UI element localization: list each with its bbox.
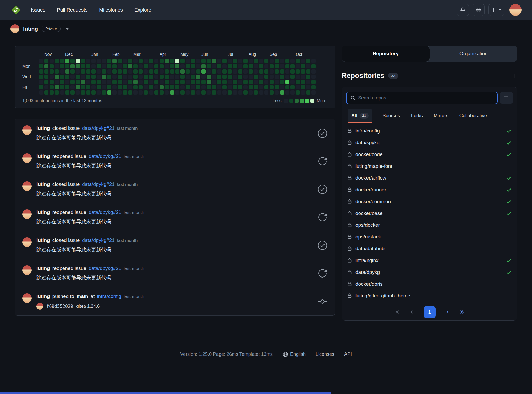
pagination-first-button[interactable] (394, 309, 400, 315)
bottom-scroll-bar[interactable] (0, 392, 331, 394)
create-new-button[interactable] (488, 4, 504, 16)
nav-link-issues[interactable]: Issues (31, 7, 45, 13)
repo-name[interactable]: infra/config (355, 128, 380, 134)
lock-icon (347, 187, 352, 192)
repo-filter-button[interactable] (500, 92, 513, 104)
new-repository-button[interactable] (511, 73, 517, 79)
repo-row[interactable]: docker/runner (347, 184, 512, 196)
repo-name[interactable]: docker/common (355, 199, 391, 204)
filter-tab-mirrors[interactable]: Mirrors (433, 109, 449, 123)
repo-row[interactable]: ops/docker (347, 219, 512, 231)
heatmap-cell (97, 59, 101, 63)
pagination-next-button[interactable] (445, 309, 450, 315)
pagination-prev-button[interactable] (409, 309, 415, 315)
nav-link-pull-requests[interactable]: Pull Requests (57, 7, 87, 13)
feed-avatar[interactable] (22, 237, 32, 247)
repo-row[interactable]: docker/doris (347, 278, 512, 290)
feed-username[interactable]: luting (36, 237, 50, 243)
lock-icon (347, 175, 352, 180)
repo-row[interactable]: data/datahub (347, 243, 512, 254)
context-dropdown-caret[interactable] (66, 28, 69, 30)
repo-name[interactable]: data/spykg (355, 140, 380, 146)
filter-tab-collaborative[interactable]: Collaborative (459, 109, 487, 123)
repo-name[interactable]: docker/code (355, 152, 383, 157)
repo-name[interactable]: data/datahub (355, 246, 385, 252)
footer-api-link[interactable]: API (344, 352, 352, 357)
nav-link-milestones[interactable]: Milestones (99, 7, 123, 13)
feed-item: lutingclosed issuedata/dpykg#21last mont… (15, 175, 335, 203)
feed-avatar[interactable] (22, 153, 32, 163)
repo-row[interactable]: data/spykg (347, 137, 512, 148)
feed-username[interactable]: luting (36, 265, 50, 271)
feed-avatar[interactable] (22, 181, 32, 191)
repo-row[interactable]: ops/rustack (347, 231, 512, 243)
assigned-items-button[interactable] (473, 4, 485, 16)
feed-username[interactable]: luting (36, 181, 50, 187)
feed-username[interactable]: luting (36, 293, 50, 299)
tab-repository[interactable]: Repository (342, 46, 430, 62)
repo-name[interactable]: docker/doris (355, 281, 383, 287)
user-avatar[interactable] (509, 4, 522, 16)
context-username[interactable]: luting (23, 26, 38, 32)
feed-repo-link[interactable]: data/dpykg#21 (82, 237, 115, 243)
repo-row[interactable]: infra/nginx (347, 254, 512, 266)
gitea-logo-icon[interactable] (10, 4, 21, 15)
feed-repo-link[interactable]: data/dpykg#21 (89, 265, 122, 271)
feed-avatar[interactable] (22, 293, 32, 303)
feed-username[interactable]: luting (36, 125, 50, 131)
feed-repo-link[interactable]: infra/config (97, 293, 121, 299)
heatmap-cell (249, 80, 253, 84)
repo-row[interactable]: docker/base (347, 207, 512, 219)
repo-name[interactable]: docker/base (355, 210, 383, 216)
repo-search-input[interactable] (358, 95, 493, 101)
pagination-page-1[interactable]: 1 (424, 306, 436, 318)
repo-row[interactable]: docker/common (347, 196, 512, 207)
filter-tab-sources[interactable]: Sources (382, 109, 401, 123)
heatmap-cell (186, 90, 190, 95)
filter-tab-forks[interactable]: Forks (410, 109, 423, 123)
repo-name[interactable]: infra/nginx (355, 258, 379, 263)
heatmap-cell (191, 64, 195, 68)
feed-repo-link[interactable]: data/dpykg#21 (82, 181, 115, 187)
footer-language-link[interactable]: English (283, 352, 306, 357)
nav-link-explore[interactable]: Explore (134, 7, 151, 13)
repo-name[interactable]: luting/maple-font (355, 163, 392, 169)
notifications-button[interactable] (457, 4, 469, 16)
commit-sha[interactable]: f69d552029 (46, 304, 73, 309)
heatmap-cell (118, 69, 122, 74)
feed-avatar[interactable] (22, 125, 32, 135)
heatmap-cell (249, 69, 253, 74)
repo-row[interactable]: luting/maple-font (347, 160, 512, 172)
repo-row[interactable]: data/dpykg (347, 266, 512, 278)
heatmap-cell (107, 64, 111, 68)
heatmap-cell (133, 80, 138, 84)
feed-avatar[interactable] (22, 209, 32, 219)
context-avatar[interactable] (10, 24, 19, 33)
repo-row[interactable]: infra/config (347, 125, 512, 137)
heatmap-cell (222, 75, 227, 79)
footer-licenses-link[interactable]: Licenses (316, 352, 334, 357)
filter-tab-all[interactable]: All31 (348, 109, 372, 123)
feed-branch-name[interactable]: main (76, 293, 88, 299)
pagination-last-button[interactable] (459, 309, 465, 315)
feed-username[interactable]: luting (36, 153, 50, 159)
repo-name[interactable]: ops/rustack (355, 234, 381, 240)
feed-username[interactable]: luting (36, 209, 50, 215)
repo-name[interactable]: docker/runner (355, 187, 386, 193)
tab-organization[interactable]: Organization (430, 46, 518, 62)
feed-repo-link[interactable]: data/dpykg#21 (89, 209, 122, 215)
feed-repo-link[interactable]: data/dpykg#21 (82, 125, 115, 131)
feed-timestamp: last month (124, 294, 144, 299)
repo-name[interactable]: luting/gitea-github-theme (355, 293, 410, 299)
feed-repo-link[interactable]: data/dpykg#21 (89, 153, 122, 159)
repo-row[interactable]: docker/code (347, 148, 512, 160)
repo-row[interactable]: luting/gitea-github-theme (347, 290, 512, 302)
check-icon (506, 140, 512, 146)
heatmap-week (144, 59, 148, 95)
feed-avatar[interactable] (22, 265, 32, 275)
repo-name[interactable]: ops/docker (355, 222, 380, 228)
lock-icon (347, 223, 352, 227)
repo-name[interactable]: data/dpykg (355, 269, 380, 275)
repo-name[interactable]: docker/airflow (355, 175, 386, 181)
repo-row[interactable]: docker/airflow (347, 172, 512, 184)
